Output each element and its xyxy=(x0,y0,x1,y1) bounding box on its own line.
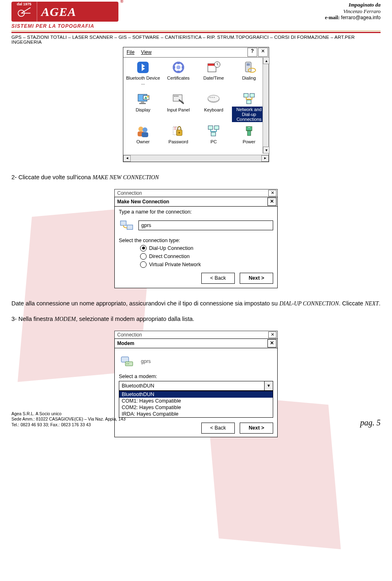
control-panel-item[interactable]: Password xyxy=(161,123,196,154)
svg-rect-21 xyxy=(176,96,177,97)
close-button[interactable]: ✕ xyxy=(258,48,268,57)
svg-rect-34 xyxy=(142,132,148,137)
cp-label: Input Panel xyxy=(167,107,190,112)
cp-label: Network and Dial-up Connections xyxy=(232,107,267,122)
svg-rect-29 xyxy=(250,93,254,97)
svg-rect-1 xyxy=(137,62,149,73)
modem-option[interactable]: BluetoothDUN xyxy=(119,391,273,398)
svg-rect-6 xyxy=(173,66,175,69)
cp-icon xyxy=(135,60,151,75)
vertical-scrollbar[interactable]: ▴ ▾ xyxy=(263,57,269,154)
horizontal-scrollbar[interactable]: ◂ ▸ xyxy=(123,155,269,162)
menu-view[interactable]: View xyxy=(138,48,155,56)
control-panel-item[interactable]: Dialing xyxy=(232,59,267,90)
close-icon[interactable]: ✕ xyxy=(268,190,276,196)
cp-label: Power xyxy=(243,139,255,144)
svg-point-3 xyxy=(176,65,180,69)
brand-logo: dal 1975 AGEA ® xyxy=(11,2,118,22)
control-panel-item[interactable]: Owner xyxy=(126,123,160,154)
since-label: dal 1975 xyxy=(17,2,31,6)
tagline: SISTEMI PER LA TOPOGRAFIA xyxy=(11,23,118,29)
dialog-title: Make New Connection xyxy=(115,199,172,205)
svg-rect-30 xyxy=(247,100,251,104)
svg-point-36 xyxy=(178,132,180,134)
scroll-down-icon[interactable]: ▾ xyxy=(263,147,270,154)
credit-line-1: Impaginato da xyxy=(325,2,381,8)
close-icon[interactable]: ✕ xyxy=(268,332,276,338)
select-modem-label: Select a modem: xyxy=(119,374,273,379)
scripty-next: NEXT xyxy=(365,301,379,307)
footer-line-1: Agea S.R.L. A Socio unico xyxy=(11,411,125,416)
svg-rect-7 xyxy=(182,66,184,69)
connection-name-input[interactable] xyxy=(138,220,273,230)
modem-dropdown[interactable]: BluetoothDUN ▼ xyxy=(119,381,273,391)
chevron-down-icon[interactable]: ▼ xyxy=(264,381,273,390)
control-panel-item[interactable]: PC xyxy=(196,123,231,154)
page-number: pag. 5 xyxy=(360,418,381,427)
svg-rect-4 xyxy=(177,62,180,64)
email-value: ferraro@agea.info xyxy=(341,15,381,20)
footer-line-2: Sede Amm.: 81022 CASAGIOVE(CE) – Via Naz… xyxy=(11,416,125,422)
cp-label: Bluetooth Device ... xyxy=(126,76,160,85)
svg-rect-22 xyxy=(177,96,178,97)
control-panel-item[interactable]: Input Panel xyxy=(161,91,196,122)
scroll-right-icon[interactable]: ▸ xyxy=(261,155,269,162)
control-panel-item[interactable]: Bluetooth Device ... xyxy=(126,59,160,90)
step2-paragraph: Date alla connessione un nome appropriat… xyxy=(11,300,381,308)
control-panel-item[interactable]: Date/Time xyxy=(196,59,231,90)
radio-icon xyxy=(140,261,147,268)
cp-label: Display xyxy=(136,107,150,112)
cp-icon xyxy=(205,92,222,107)
cp-icon xyxy=(241,124,257,138)
prompt-label: Type a name for the connection: xyxy=(119,209,273,215)
scripty-make-new-connection: MAKE NEW CONNECTION xyxy=(93,174,159,180)
control-panel-window: File View ? ✕ Bluetooth Device ...Certif… xyxy=(123,47,269,162)
scroll-up-icon[interactable]: ▴ xyxy=(263,57,270,64)
close-button[interactable]: ✕ xyxy=(267,198,276,206)
email-label: e-mail: xyxy=(325,15,340,20)
modem-option[interactable]: COM1: Hayes Compatible xyxy=(119,398,273,404)
control-panel-item[interactable]: Keyboard xyxy=(196,91,231,122)
scroll-left-icon[interactable]: ◂ xyxy=(123,155,131,162)
svg-rect-26 xyxy=(212,97,213,98)
svg-rect-38 xyxy=(208,126,213,129)
close-button[interactable]: ✕ xyxy=(267,339,276,347)
svg-rect-46 xyxy=(121,357,129,362)
svg-rect-5 xyxy=(177,71,180,73)
cp-label: Certificates xyxy=(167,76,189,80)
modem-option[interactable]: COM2: Hayes Compatible xyxy=(119,404,273,411)
svg-rect-16 xyxy=(139,103,146,104)
control-panel-item[interactable]: Network and Dial-up Connections xyxy=(232,91,267,122)
control-panel-item[interactable]: Power xyxy=(232,123,267,154)
svg-rect-39 xyxy=(214,126,219,129)
svg-rect-25 xyxy=(209,97,211,98)
modem-icon xyxy=(119,353,135,370)
radio-direct[interactable]: Direct Connection xyxy=(140,253,273,260)
registered-icon: ® xyxy=(120,0,123,4)
svg-rect-41 xyxy=(246,127,252,131)
svg-rect-15 xyxy=(141,101,144,103)
control-panel-item[interactable]: Certificates xyxy=(161,59,196,90)
scripty-dialup: DIAL-UP CONNECTION xyxy=(279,301,339,307)
cp-icon xyxy=(135,92,151,107)
next-button[interactable]: Next > xyxy=(240,273,273,284)
document-header: dal 1975 AGEA ® SISTEMI PER LA TOPOGRAFI… xyxy=(0,0,392,29)
partial-window-bar: Connection ✕ xyxy=(114,331,278,339)
radio-vpn[interactable]: Virtual Private Network xyxy=(140,261,273,268)
select-type-label: Select the connection type: xyxy=(119,238,273,243)
svg-point-31 xyxy=(138,127,143,131)
menu-file[interactable]: File xyxy=(123,48,138,56)
svg-rect-12 xyxy=(247,63,250,66)
cp-icon xyxy=(205,60,222,75)
svg-rect-44 xyxy=(120,221,126,225)
svg-rect-43 xyxy=(248,127,250,128)
back-button[interactable]: < Back xyxy=(201,273,235,284)
svg-rect-28 xyxy=(244,93,248,97)
svg-point-49 xyxy=(128,363,129,364)
cp-label: PC xyxy=(211,139,217,144)
help-button[interactable]: ? xyxy=(247,48,257,57)
cp-icon xyxy=(241,92,257,106)
control-panel-item[interactable]: Display xyxy=(126,91,160,122)
radio-dialup[interactable]: Dial-Up Connection xyxy=(140,245,273,252)
step3-text: 3- Nella finestra MODEM, selezionate il … xyxy=(11,315,381,323)
